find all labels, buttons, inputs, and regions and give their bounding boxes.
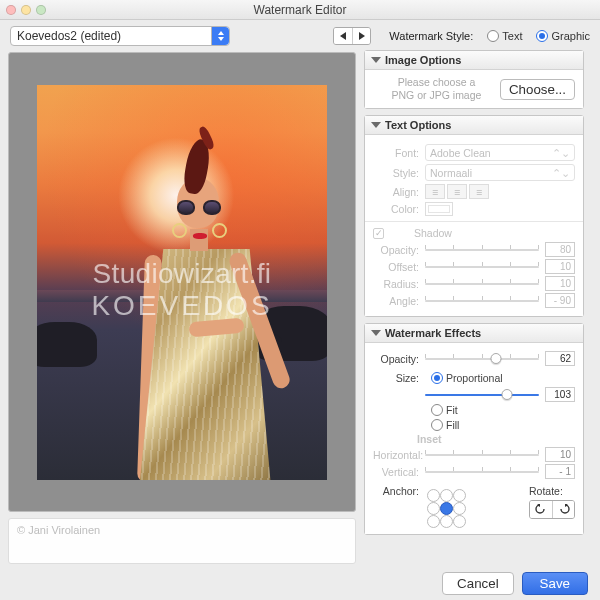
fontstyle-select: Normaali⌃⌄ [425, 164, 575, 181]
choose-help: Please choose aPNG or JPG image [373, 76, 500, 102]
preset-name: Koevedos2 (edited) [17, 29, 121, 43]
next-button[interactable] [352, 28, 370, 44]
preset-select[interactable]: Koevedos2 (edited) [10, 26, 230, 46]
rotate-buttons [529, 500, 575, 519]
prev-button[interactable] [334, 28, 352, 44]
shadow-offset-slider [425, 260, 539, 274]
save-button[interactable]: Save [522, 572, 588, 595]
font-select: Adobe Clean⌃⌄ [425, 144, 575, 161]
window-title: Watermark Editor [0, 3, 600, 17]
rotate-left-button[interactable] [530, 501, 552, 518]
color-swatch [425, 202, 453, 216]
shadow-radius-slider [425, 277, 539, 291]
effects-title: Watermark Effects [385, 327, 481, 339]
preview-area: Studiowizart.fi KOEVEDOS [8, 52, 356, 512]
image-options-title: Image Options [385, 54, 461, 66]
rotate-right-button[interactable] [552, 501, 574, 518]
section-image-options: Image Options Please choose aPNG or JPG … [364, 50, 584, 109]
anchor-grid[interactable] [427, 489, 466, 528]
window-titlebar: Watermark Editor [0, 0, 600, 20]
inset-label: Inset [417, 433, 575, 445]
disclosure-icon[interactable] [371, 330, 381, 336]
align-center-icon: ≡ [447, 184, 467, 199]
disclosure-icon[interactable] [371, 122, 381, 128]
size-slider[interactable] [425, 388, 539, 402]
opacity-value[interactable]: 62 [545, 351, 575, 366]
preview-image: Studiowizart.fi KOEVEDOS [37, 85, 327, 480]
shadow-opacity-slider [425, 243, 539, 257]
rotate-label: Rotate: [529, 485, 575, 497]
watermark-style-label: Watermark Style: [389, 30, 473, 42]
style-text-radio[interactable]: Text [487, 30, 522, 42]
size-fill-radio[interactable]: Fill [431, 419, 575, 431]
size-value[interactable]: 103 [545, 387, 575, 402]
text-options-title: Text Options [385, 119, 451, 131]
opacity-slider[interactable] [425, 352, 539, 366]
copyright-field[interactable]: © Jani Virolainen [8, 518, 356, 564]
shadow-angle-slider [425, 294, 539, 308]
disclosure-icon[interactable] [371, 57, 381, 63]
size-proportional-radio[interactable]: Proportional [431, 372, 503, 384]
inset-h-slider [425, 448, 539, 462]
cancel-button[interactable]: Cancel [442, 572, 514, 595]
section-watermark-effects: Watermark Effects Opacity: 62 Size: Prop… [364, 323, 584, 535]
shadow-checkbox [373, 228, 384, 239]
style-graphic-radio[interactable]: Graphic [536, 30, 590, 42]
size-fit-radio[interactable]: Fit [431, 404, 575, 416]
align-buttons: ≡≡≡ [425, 184, 489, 199]
align-right-icon: ≡ [469, 184, 489, 199]
inset-v-slider [425, 465, 539, 479]
choose-button[interactable]: Choose... [500, 79, 575, 100]
align-left-icon: ≡ [425, 184, 445, 199]
preset-nav[interactable] [333, 27, 371, 45]
anchor-center[interactable] [440, 502, 453, 515]
watermark-overlay: Studiowizart.fi KOEVEDOS [37, 258, 327, 322]
section-text-options: Text Options Font: Adobe Clean⌃⌄ Style: … [364, 115, 584, 317]
updown-icon[interactable] [211, 27, 229, 45]
